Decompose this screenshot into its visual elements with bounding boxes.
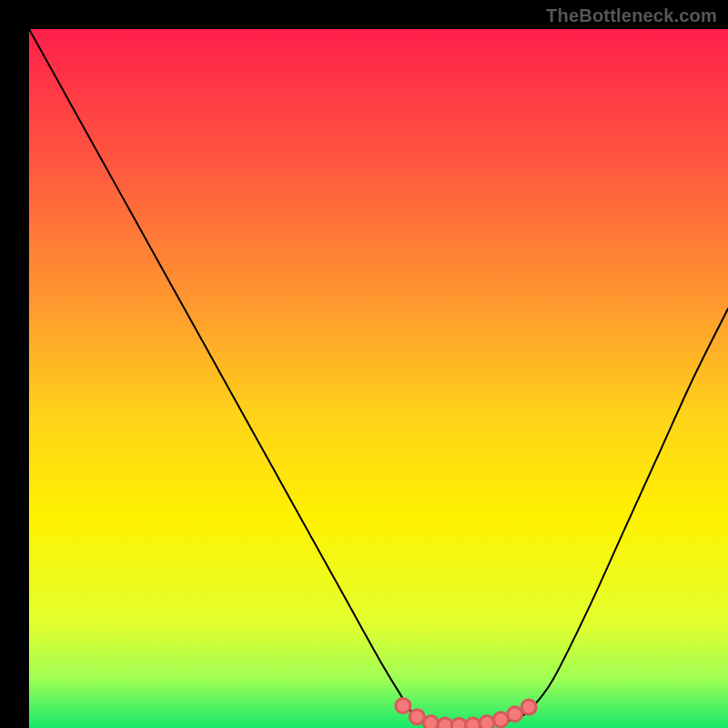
bottleneck-curve-plot [0,0,728,728]
highlight-dot [451,718,466,728]
highlight-dot [466,718,480,728]
watermark-label: TheBottleneck.com [546,5,717,26]
highlight-dot [508,707,522,722]
highlight-dot [521,700,536,714]
chart-stage: TheBottleneck.com [0,0,728,728]
highlight-dot [493,713,508,727]
highlight-dot [480,716,494,728]
gradient-background [29,29,728,728]
highlight-dot [396,698,410,713]
highlight-dot [410,710,424,724]
highlight-dot [438,718,452,728]
highlight-dot [424,716,439,728]
